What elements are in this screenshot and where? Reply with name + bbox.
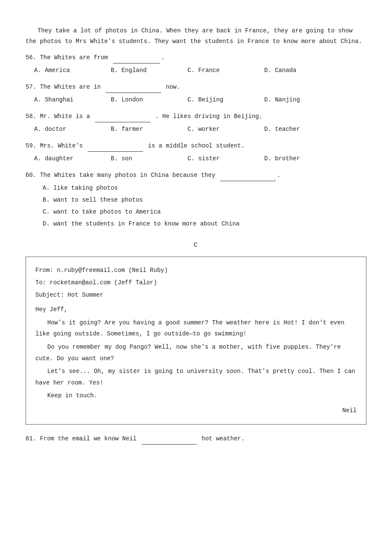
question-56: 56. The Whites are from . A. America B. … xyxy=(26,51,366,76)
email-body2: Do you remember my dog Pango? Well, now … xyxy=(35,341,357,364)
q58-end: . He likes driving in Beijing. xyxy=(155,113,262,120)
questions-section: 56. The Whites are from . A. America B. … xyxy=(26,51,366,230)
q60-end: . xyxy=(277,172,280,179)
q56-end: . xyxy=(161,54,164,61)
email-body4: Keep in touch. xyxy=(35,390,357,402)
question-58: 58. Mr. White is a . He likes driving in… xyxy=(26,110,366,135)
q60-opt-d: D. want the students in France to know m… xyxy=(43,218,366,230)
q56-text: The Whites are from xyxy=(40,54,108,61)
q60-text: The Whites take many photos in China bec… xyxy=(40,172,216,179)
q58-options: A. doctor B. farmer C. worker D. teacher xyxy=(34,123,366,135)
question-59: 59. Mrs. White's is a middle school stud… xyxy=(26,139,366,165)
q59-end: is a middle school student. xyxy=(148,142,245,149)
q57-options: A. Shanghai B. London C. Beijing D. Nanj… xyxy=(34,94,366,106)
question-60: 60. The Whites take many photos in China… xyxy=(26,169,366,230)
q56-opt-c: C. France xyxy=(187,64,264,76)
q58-blank xyxy=(95,110,150,122)
q58-opt-d: D. teacher xyxy=(264,123,341,135)
q57-blank xyxy=(106,81,161,93)
email-greeting: Hey Jeff, xyxy=(35,304,357,315)
q59-opt-b: B. son xyxy=(111,153,187,165)
q58-opt-c: C. worker xyxy=(187,123,264,135)
q57-num: 57. xyxy=(26,84,36,90)
question-57: 57. The Whites are in now. A. Shanghai B… xyxy=(26,81,366,106)
q59-text: Mrs. White's xyxy=(40,142,83,149)
email-sign: Neil xyxy=(35,405,357,416)
q60-options: A. like taking photos B. want to sell th… xyxy=(43,182,366,230)
q61-blank xyxy=(141,432,197,445)
q58-opt-a: A. doctor xyxy=(34,123,111,135)
q59-opt-c: C. sister xyxy=(187,153,264,165)
q60-num: 60. xyxy=(26,172,36,179)
q56-blank xyxy=(113,51,160,64)
q60-opt-b: B. want to sell these photos xyxy=(43,194,366,206)
q60-blank xyxy=(220,169,276,181)
q56-opt-a: A. America xyxy=(34,64,111,76)
email-box: From: n.ruby@freemail.com (Neil Ruby) To… xyxy=(26,257,366,424)
email-body1: How's it going? Are you having a good su… xyxy=(35,317,357,340)
section-c-label: C xyxy=(26,242,366,249)
q58-num: 58. xyxy=(26,113,36,120)
question-61: 61. From the email we know Neil hot weat… xyxy=(26,432,366,445)
q61-text-before: From the email we know Neil xyxy=(40,435,137,442)
passage-text: They take a lot of photos in China. When… xyxy=(26,26,366,47)
q56-options: A. America B. England C. France D. Canad… xyxy=(34,64,366,76)
q59-opt-d: D. brother xyxy=(264,153,341,165)
q57-text: The Whites are in xyxy=(40,84,101,90)
q58-text: Mr. White is a xyxy=(40,113,90,120)
email-subject: Subject: Hot Summer xyxy=(35,289,357,301)
q56-num: 56. xyxy=(26,54,36,61)
email-to: To: rocketman@aol.com (Jeff Talor) xyxy=(35,277,357,289)
q56-opt-d: D. Canada xyxy=(264,64,341,76)
q59-opt-a: A. daughter xyxy=(34,153,111,165)
q57-end: now. xyxy=(166,84,180,90)
email-body3: Let's see... Oh, my sister is going to u… xyxy=(35,366,357,388)
q57-opt-a: A. Shanghai xyxy=(34,94,111,106)
q59-options: A. daughter B. son C. sister D. brother xyxy=(34,153,366,165)
q58-opt-b: B. farmer xyxy=(111,123,187,135)
q56-opt-b: B. England xyxy=(111,64,187,76)
email-from: From: n.ruby@freemail.com (Neil Ruby) xyxy=(35,265,357,276)
q57-opt-c: C. Beijing xyxy=(187,94,264,106)
q59-blank xyxy=(88,139,143,152)
q60-opt-c: C. want to take photos to America xyxy=(43,206,366,218)
q57-opt-d: D. Nanjing xyxy=(264,94,341,106)
q57-opt-b: B. London xyxy=(111,94,187,106)
q60-opt-a: A. like taking photos xyxy=(43,182,366,194)
q61-text-after: hot weather. xyxy=(202,435,245,442)
q59-num: 59. xyxy=(26,142,36,149)
q61-num: 61. xyxy=(26,435,36,442)
